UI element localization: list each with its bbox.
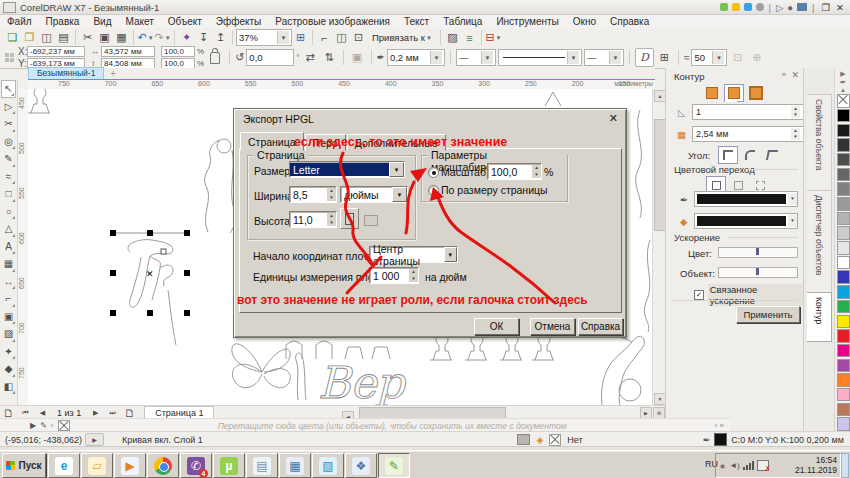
taskbar-app-chrome[interactable]	[147, 453, 179, 478]
export-icon[interactable]: ↥	[212, 29, 229, 46]
arrow-end-combo[interactable]: —▼	[584, 49, 624, 66]
eyedropper-tool[interactable]: ✦	[1, 343, 16, 361]
taskbar-app-coreldraw[interactable]: ✎	[378, 453, 410, 478]
text-tool[interactable]: А	[1, 238, 16, 256]
rotation-angle-field[interactable]: 0,0	[246, 49, 294, 66]
color-swatch[interactable]	[837, 329, 850, 343]
palette-flyout-icon[interactable]: ▶	[840, 70, 845, 78]
dialog-close-icon[interactable]: ✕	[609, 112, 618, 125]
transparency-tool[interactable]: ▨	[1, 325, 16, 343]
add-page-icon[interactable]: 🗋	[0, 407, 17, 419]
color-swatch[interactable]	[837, 212, 850, 226]
docker-tab-3[interactable]: Контур	[807, 292, 832, 342]
menu-7[interactable]: Растровые изображения	[268, 15, 397, 28]
docker-close-icon[interactable]: ✕	[791, 70, 799, 80]
menu-4[interactable]: Макет	[118, 15, 160, 28]
options-icon[interactable]: ▨	[444, 29, 461, 46]
polygon-tool[interactable]: △	[1, 220, 16, 238]
docker-tab-2[interactable]: Диспетчер объектов	[807, 190, 832, 296]
object-width-field[interactable]: 43,572 мм	[101, 46, 155, 57]
zoom-fit-icon[interactable]: ⊞	[292, 29, 309, 46]
lock-ratio-icon[interactable]	[210, 52, 220, 64]
copy-icon[interactable]: ▣	[96, 29, 113, 46]
add-page-icon-2[interactable]: 🗋	[121, 407, 138, 419]
export-preview-icon[interactable]	[517, 434, 530, 445]
color-swatch[interactable]	[837, 344, 850, 358]
outline-count-field[interactable]: 1▲▼	[692, 104, 804, 120]
no-color-swatch[interactable]	[837, 94, 850, 108]
next-page-icon[interactable]: ▶	[87, 407, 104, 419]
new-document-icon[interactable]: ❏	[4, 29, 21, 46]
print-icon[interactable]: ▤	[55, 29, 72, 46]
line-style-combo[interactable]: ▼	[498, 49, 582, 66]
color-swatch[interactable]	[837, 403, 850, 417]
taskbar-app-display-settings[interactable]: ❖	[345, 453, 377, 478]
corner-miter-button[interactable]	[718, 146, 738, 164]
color-swatch[interactable]	[837, 153, 850, 167]
color-swatch[interactable]	[837, 256, 850, 270]
color-swatch[interactable]	[837, 168, 850, 182]
docker-expand-icon[interactable]: »	[782, 70, 786, 79]
color-swatch[interactable]	[837, 197, 850, 211]
start-button[interactable]: Пуск	[2, 453, 46, 478]
portrait-orientation-button[interactable]	[340, 208, 359, 229]
outline-width-field[interactable]: 2,54 мм▲▼	[692, 126, 804, 142]
color-swatch[interactable]	[837, 285, 850, 299]
docker-tab-1[interactable]: Свойства объекта	[807, 94, 832, 192]
taskbar-app-photo-viewer[interactable]: ▧	[312, 453, 344, 478]
help-button[interactable]: Справка	[578, 318, 623, 335]
color-swatch[interactable]	[837, 417, 850, 431]
menu-5[interactable]: Объект	[161, 15, 209, 28]
preview-toggle-icon[interactable]: ◫	[333, 29, 350, 46]
width-field[interactable]: 8,5 ▲▼	[289, 186, 337, 203]
coords-flyout-icon[interactable]: ▶	[85, 433, 104, 446]
menu-6[interactable]: Эффекты	[209, 15, 268, 28]
play-icon[interactable]: ▷	[776, 2, 783, 13]
taskbar-app-calculator[interactable]: ▦	[279, 453, 311, 478]
plotter-units-field[interactable]: 1 000 ▲▼	[369, 267, 419, 284]
zoom-level-combo[interactable]: 37%▼	[236, 29, 292, 46]
utility-icon-blue[interactable]	[744, 3, 752, 11]
zoom-tool[interactable]: ◎	[1, 133, 16, 151]
screenshot-icon[interactable]	[797, 3, 807, 11]
x-position-field[interactable]: -692,237 мм	[27, 46, 85, 57]
menu-12[interactable]: Справка	[603, 15, 656, 28]
fill-tool[interactable]: ◧	[1, 378, 16, 396]
taskbar-app-internet-explorer[interactable]: e	[48, 453, 80, 478]
outline-color-combo[interactable]: ▼	[694, 191, 798, 207]
menu-9[interactable]: Таблица	[436, 15, 489, 28]
object-accel-slider[interactable]	[718, 267, 798, 278]
show-desktop-button[interactable]	[841, 453, 849, 478]
first-page-icon[interactable]: ⏮	[17, 407, 34, 419]
tray-date[interactable]: 21.11.2019	[795, 466, 837, 476]
snap-to-dropdown[interactable]: Привязать к▼	[367, 32, 437, 43]
text-wrap-icon[interactable]: ⊞	[656, 49, 673, 66]
taskbar-app-viber[interactable]: ✆4	[180, 453, 212, 478]
color-swatch[interactable]	[837, 300, 850, 314]
palette-eyedropper-icon[interactable]: ✒	[840, 78, 847, 87]
color-swatch[interactable]	[837, 315, 850, 329]
docpal-more-icon[interactable]: › »	[715, 421, 724, 430]
record-icon[interactable]: ●	[787, 2, 793, 13]
color-swatch[interactable]	[837, 182, 850, 196]
menu-11[interactable]: Окно	[566, 15, 603, 28]
utility-icon-gear[interactable]	[756, 3, 764, 11]
outline-hairline-button[interactable]	[724, 84, 744, 102]
import-icon[interactable]: ↧	[195, 29, 212, 46]
menu-1[interactable]: Файл	[0, 15, 39, 28]
color-swatch[interactable]	[837, 359, 850, 373]
ok-button[interactable]: ОК	[474, 318, 519, 335]
color-swatch[interactable]	[837, 388, 850, 402]
view-manager-icon[interactable]: ≡	[461, 29, 478, 46]
color-swatch[interactable]	[837, 241, 850, 255]
last-page-icon[interactable]: ⏭	[104, 407, 121, 419]
crop-tool[interactable]: ✂	[1, 115, 16, 133]
corner-round-button[interactable]	[740, 146, 760, 164]
rectangle-tool[interactable]: □	[1, 185, 16, 203]
outline-tool[interactable]: ◆	[1, 360, 16, 378]
close-curve-icon[interactable]: D	[635, 48, 654, 67]
corner-bevel-button[interactable]	[762, 146, 782, 164]
taskbar-app-utorrent[interactable]: µ	[213, 453, 245, 478]
redo-icon[interactable]: ↷▼	[154, 29, 171, 46]
drop-shadow-tool[interactable]: ▣	[1, 308, 16, 326]
